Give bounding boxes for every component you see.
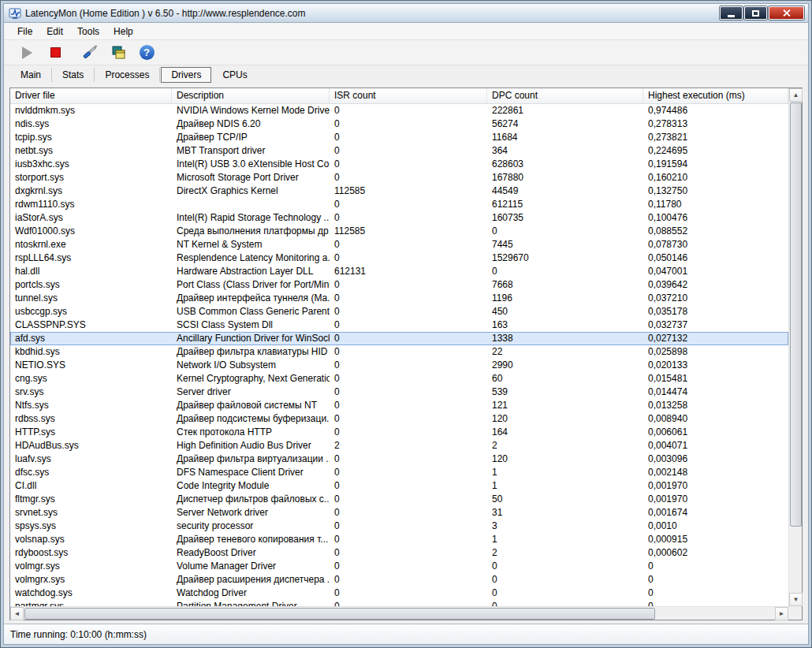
- table-row[interactable]: storport.sys Microsoft Storage Port Driv…: [10, 171, 788, 184]
- cell-isr-count: 0: [330, 533, 487, 546]
- menu-edit[interactable]: Edit: [39, 24, 70, 39]
- cell-driver-file: portcls.sys: [10, 278, 172, 292]
- table-row[interactable]: rdbss.sys Драйвер подсистемы буферизаци.…: [10, 412, 788, 426]
- cell-highest-execution: 0,020133: [643, 359, 788, 372]
- copy-report-button[interactable]: [108, 43, 129, 63]
- table-row[interactable]: rdwm1110.sys 0 612115 0,11780: [10, 198, 788, 211]
- table-row[interactable]: netbt.sys MBT Transport driver 0 364 0,2…: [10, 144, 788, 158]
- cell-isr-count: 0: [330, 452, 487, 466]
- column-header-driver-file[interactable]: Driver file: [10, 88, 172, 103]
- table-row[interactable]: fltmgr.sys Диспетчер фильтров файловых с…: [10, 493, 788, 506]
- table-row[interactable]: watchdog.sys Watchdog Driver 0 0 0: [10, 587, 788, 600]
- cell-driver-file: CI.dll: [10, 479, 172, 493]
- cell-highest-execution: 0,008940: [643, 412, 788, 426]
- table-row[interactable]: dfsc.sys DFS Namespace Client Driver 0 1…: [10, 466, 788, 479]
- table-row[interactable]: tcpip.sys Драйвер TCP/IP 0 11684 0,27382…: [10, 131, 788, 144]
- table-row[interactable]: CI.dll Code Integrity Module 0 1 0,00197…: [10, 479, 788, 493]
- cell-dpc-count: 160735: [487, 211, 643, 225]
- cell-isr-count: 112585: [330, 184, 487, 198]
- stop-monitor-button[interactable]: [45, 43, 65, 63]
- table-row[interactable]: ntoskrnl.exe NT Kernel & System 0 7445 0…: [10, 238, 788, 251]
- column-header-highest-execution[interactable]: Highest execution (ms): [643, 88, 788, 103]
- start-monitor-button[interactable]: [17, 43, 37, 63]
- titlebar[interactable]: LatencyMon (Home Edition ) v 6.50 - http…: [4, 4, 808, 23]
- cell-driver-file: tunnel.sys: [10, 292, 172, 305]
- cell-highest-execution: 0,088552: [643, 225, 788, 238]
- cell-driver-file: CLASSPNP.SYS: [10, 318, 172, 332]
- maximize-button[interactable]: [744, 6, 767, 20]
- cell-dpc-count: 0: [487, 600, 643, 606]
- cell-driver-file: srvnet.sys: [10, 506, 172, 520]
- cell-dpc-count: 50: [487, 493, 643, 506]
- table-row[interactable]: HDAudBus.sys High Definition Audio Bus D…: [10, 439, 788, 452]
- cell-dpc-count: 11684: [487, 131, 643, 144]
- table-row[interactable]: rdyboost.sys ReadyBoost Driver 0 2 0,000…: [10, 546, 788, 560]
- horizontal-scroll-thumb[interactable]: [24, 608, 655, 620]
- table-row[interactable]: CLASSPNP.SYS SCSI Class System Dll 0 163…: [10, 318, 788, 332]
- cell-description: Драйвер фильтра клавиатуры HID: [172, 345, 330, 359]
- table-row[interactable]: usbccgp.sys USB Common Class Generic Par…: [10, 305, 788, 318]
- table-row[interactable]: iusb3xhc.sys Intel(R) USB 3.0 eXtensible…: [10, 158, 788, 171]
- table-row[interactable]: nvlddmkm.sys NVIDIA Windows Kernel Mode …: [10, 104, 788, 117]
- column-header-dpc-count[interactable]: DPC count: [487, 88, 643, 103]
- window-frame: LatencyMon (Home Edition ) v 6.50 - http…: [3, 3, 809, 645]
- vertical-scroll-thumb[interactable]: [790, 102, 802, 527]
- tab-main[interactable]: Main: [10, 68, 52, 82]
- table-row[interactable]: hal.dll Hardware Abstraction Layer DLL 6…: [10, 265, 788, 278]
- scroll-right-button[interactable]: ►: [775, 607, 788, 620]
- menu-help[interactable]: Help: [106, 24, 140, 39]
- cell-highest-execution: 0,132750: [643, 184, 788, 198]
- menu-file[interactable]: File: [10, 24, 39, 39]
- table-row[interactable]: rspLLL64.sys Resplendence Latency Monito…: [10, 251, 788, 265]
- close-icon: [782, 9, 791, 17]
- cell-isr-count: 0: [330, 573, 487, 587]
- table-row[interactable]: volmgr.sys Volume Manager Driver 0 0 0: [10, 560, 788, 573]
- tab-drivers[interactable]: Drivers: [161, 67, 211, 83]
- table-row[interactable]: afd.sys Ancillary Function Driver for Wi…: [10, 332, 788, 345]
- cell-description: Среда выполнения платформы др...: [172, 225, 330, 238]
- table-row[interactable]: partmgr.sys Partition Management Driver …: [10, 600, 788, 606]
- table-row[interactable]: tunnel.sys Драйвер интерфейса туннеля (М…: [10, 292, 788, 305]
- cell-description: Драйвер файловой системы NT: [172, 399, 330, 412]
- minimize-button[interactable]: [720, 6, 743, 20]
- scroll-up-button[interactable]: ▲: [789, 88, 803, 102]
- table-row[interactable]: dxgkrnl.sys DirectX Graphics Kernel 1125…: [10, 184, 788, 198]
- table-row[interactable]: Wdf01000.sys Среда выполнения платформы …: [10, 225, 788, 238]
- options-button[interactable]: [80, 43, 100, 63]
- table-row[interactable]: portcls.sys Port Class (Class Driver for…: [10, 278, 788, 292]
- cell-description: SCSI Class System Dll: [172, 318, 330, 332]
- table-row[interactable]: volsnap.sys Драйвер теневого копирования…: [10, 533, 788, 546]
- cell-dpc-count: 22: [487, 345, 643, 359]
- help-icon: ?: [140, 45, 155, 60]
- table-row[interactable]: kbdhid.sys Драйвер фильтра клавиатуры HI…: [10, 345, 788, 359]
- table-row[interactable]: NETIO.SYS Network I/O Subsystem 0 2990 0…: [10, 359, 788, 372]
- table-row[interactable]: srvnet.sys Server Network driver 0 31 0,…: [10, 506, 788, 520]
- help-button[interactable]: ?: [136, 43, 157, 63]
- copy-icon: [110, 44, 127, 61]
- tab-stats[interactable]: Stats: [52, 68, 95, 82]
- table-row[interactable]: Ntfs.sys Драйвер файловой системы NT 0 1…: [10, 399, 788, 412]
- table-row[interactable]: luafv.sys Драйвер фильтра виртуализации …: [10, 452, 788, 466]
- table-row[interactable]: srv.sys Server driver 0 539 0,014474: [10, 385, 788, 399]
- table-row[interactable]: cng.sys Kernel Cryptography, Next Genera…: [10, 372, 788, 385]
- cell-highest-execution: 0,025898: [643, 345, 788, 359]
- table-row[interactable]: iaStorA.sys Intel(R) Rapid Storage Techn…: [10, 211, 788, 225]
- scroll-down-button[interactable]: ▼: [789, 593, 803, 606]
- vertical-scrollbar[interactable]: ▲ ▼: [788, 88, 802, 606]
- menu-tools[interactable]: Tools: [70, 24, 106, 39]
- cell-highest-execution: 0,050146: [643, 251, 788, 265]
- table-row[interactable]: spsys.sys security processor 0 3 0,0010: [10, 520, 788, 533]
- cell-description: Драйвер TCP/IP: [172, 131, 330, 144]
- column-header-description[interactable]: Description: [172, 88, 330, 103]
- table-row[interactable]: ndis.sys Драйвер NDIS 6.20 0 56274 0,278…: [10, 117, 788, 131]
- close-button[interactable]: [769, 6, 804, 20]
- cell-isr-count: 0: [330, 104, 487, 117]
- column-header-isr-count[interactable]: ISR count: [330, 88, 487, 103]
- table-row[interactable]: volmgrx.sys Драйвер расширения диспетчер…: [10, 573, 788, 587]
- minimize-icon: [728, 15, 735, 17]
- table-row[interactable]: HTTP.sys Стек протокола HTTP 0 164 0,006…: [10, 426, 788, 439]
- scroll-left-button[interactable]: ◄: [10, 607, 24, 620]
- tab-processes[interactable]: Processes: [95, 68, 160, 82]
- tab-cpus[interactable]: CPUs: [212, 68, 257, 82]
- horizontal-scrollbar[interactable]: ◄ ►: [10, 606, 788, 620]
